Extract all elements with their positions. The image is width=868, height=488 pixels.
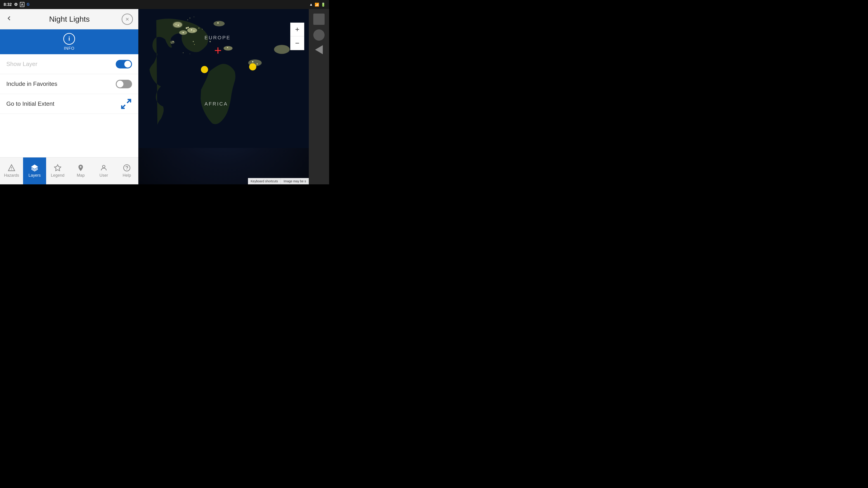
nav-item-layers[interactable]: Layers (23, 158, 46, 184)
svg-point-9 (102, 165, 105, 168)
info-tab[interactable]: i INFO (0, 29, 138, 54)
close-button[interactable] (122, 13, 133, 25)
nav-item-legend[interactable]: Legend (46, 158, 69, 184)
go-to-extent-row: Go to Initial Extent (0, 94, 138, 114)
layers-icon (31, 164, 38, 172)
info-label: INFO (64, 46, 74, 51)
panel-title: Night Lights (17, 15, 122, 24)
svg-point-19 (191, 29, 192, 31)
svg-point-29 (193, 41, 194, 42)
sidebar-triangle-button[interactable] (315, 45, 323, 54)
svg-point-21 (186, 27, 187, 29)
font-icon: A (20, 2, 24, 7)
google-icon: G (27, 2, 29, 6)
show-layer-row: Show Layer (0, 54, 138, 74)
hazards-icon (8, 164, 16, 172)
include-favorites-row: Include in Favorites (0, 74, 138, 94)
svg-point-33 (209, 41, 211, 42)
svg-point-31 (198, 28, 199, 29)
image-credit: Image may be s (281, 178, 309, 184)
sidebar-circle-button[interactable] (313, 29, 324, 41)
nav-item-map[interactable]: Map (69, 158, 92, 184)
nav-item-user[interactable]: User (92, 158, 115, 184)
zoom-controls: + − (290, 23, 304, 50)
svg-point-35 (217, 22, 219, 24)
svg-point-34 (213, 21, 225, 26)
signal-icon: 📶 (315, 2, 319, 7)
svg-point-20 (193, 31, 195, 32)
svg-point-37 (227, 47, 228, 48)
include-favorites-toggle[interactable] (116, 80, 132, 88)
zoom-out-button[interactable]: − (290, 36, 304, 50)
svg-point-24 (194, 17, 194, 17)
show-layer-label: Show Layer (6, 61, 37, 68)
svg-point-39 (190, 54, 190, 54)
legend-icon (54, 164, 61, 172)
user-label: User (99, 173, 108, 178)
back-button[interactable] (5, 15, 13, 24)
svg-point-15 (176, 24, 177, 25)
svg-point-25 (187, 20, 188, 20)
svg-point-36 (223, 46, 232, 51)
map-icon (77, 164, 85, 172)
settings-list: Show Layer Include in Favorites Go to In… (0, 54, 138, 160)
include-favorites-label: Include in Favorites (6, 80, 57, 88)
bottom-nav: Hazards Layers Legend Map (0, 157, 138, 184)
nav-item-hazards[interactable]: Hazards (0, 158, 23, 184)
layers-label: Layers (29, 173, 41, 178)
svg-point-18 (187, 28, 197, 33)
time-display: 8:32 (4, 2, 12, 7)
svg-text:AFRICA: AFRICA (205, 101, 228, 107)
map-area[interactable]: EUROPE AFRICA + − Keyboard shortcuts Ima… (138, 9, 309, 184)
zoom-in-button[interactable]: + (290, 23, 304, 36)
svg-point-43 (274, 45, 289, 54)
show-layer-toggle[interactable] (116, 60, 132, 68)
night-lights-map: EUROPE AFRICA (138, 9, 309, 148)
settings-icon: ⚙ (14, 2, 18, 7)
svg-point-11 (127, 169, 127, 170)
keyboard-shortcuts-button[interactable]: Keyboard shortcuts (248, 178, 281, 184)
battery-icon: 🔋 (321, 2, 326, 7)
info-icon: i (63, 33, 75, 45)
svg-point-50 (249, 63, 256, 70)
svg-marker-8 (55, 165, 61, 171)
map-label: Map (76, 173, 85, 178)
svg-point-41 (252, 61, 253, 62)
legend-label: Legend (51, 173, 64, 178)
help-icon (123, 164, 131, 172)
status-bar: 8:32 ⚙ A G ▲ 📶 🔋 (0, 0, 329, 9)
svg-point-6 (11, 169, 12, 170)
svg-point-13 (173, 22, 182, 28)
go-to-extent-button[interactable] (120, 98, 132, 110)
svg-point-17 (182, 32, 184, 33)
wifi-icon: ▲ (309, 2, 313, 6)
svg-point-22 (187, 27, 189, 28)
svg-point-14 (178, 24, 179, 26)
sidebar-square-button[interactable] (313, 13, 324, 25)
hazards-label: Hazards (4, 173, 19, 178)
svg-point-42 (256, 64, 258, 65)
user-icon (100, 164, 107, 172)
nav-item-help[interactable]: Help (115, 158, 138, 184)
svg-point-30 (194, 44, 195, 45)
svg-point-49 (201, 66, 208, 73)
svg-point-32 (202, 29, 203, 30)
svg-point-23 (189, 18, 190, 19)
help-label: Help (123, 173, 131, 178)
go-to-extent-label: Go to Initial Extent (6, 100, 54, 107)
svg-point-38 (183, 52, 184, 53)
panel-header: Night Lights (0, 9, 138, 29)
svg-text:EUROPE: EUROPE (205, 35, 231, 40)
svg-point-28 (170, 41, 175, 44)
right-sidebar (309, 9, 329, 184)
map-bottom-bar: Keyboard shortcuts Image may be s (248, 178, 309, 184)
layer-panel: Night Lights i INFO Show Layer Include i… (0, 9, 138, 184)
